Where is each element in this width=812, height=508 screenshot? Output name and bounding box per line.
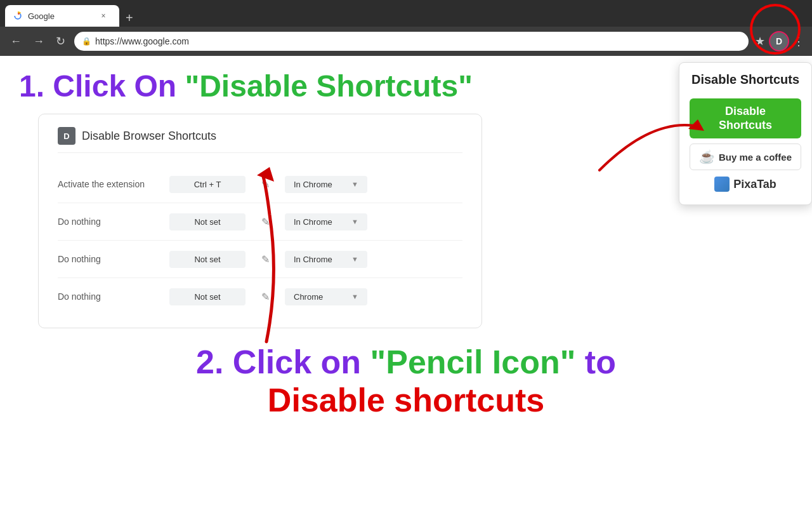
coffee-icon: ☕ [699, 149, 715, 164]
url-bar[interactable]: 🔒 https://www.google.com [74, 32, 749, 51]
popup-title: Disable Shortcuts [679, 63, 811, 93]
browser-window: Google × + ← → ↻ 🔒 https://www.google.co… [0, 0, 812, 56]
address-bar: ← → ↻ 🔒 https://www.google.com ★ D ⋮ [0, 27, 812, 56]
shortcuts-header: D Disable Browser Shortcuts [58, 127, 462, 153]
shortcut-scope-4[interactable]: Chrome ▼ [285, 288, 367, 305]
shortcut-key-2: Not set [169, 213, 246, 231]
shortcuts-panel-title: Disable Browser Shortcuts [82, 130, 216, 143]
step2-highlight: "Pencil Icon" [370, 344, 576, 380]
shortcuts-panel: D Disable Browser Shortcuts Activate the… [38, 114, 482, 328]
popup-coffee-btn[interactable]: ☕ Buy me a coffee [690, 144, 801, 170]
dropdown-arrow-3: ▼ [351, 255, 358, 263]
shortcut-label-3: Do nothing [58, 254, 159, 264]
shortcut-key-3: Not set [169, 251, 246, 268]
tab-title-text: Google [28, 11, 93, 21]
browser-actions: ★ D ⋮ [755, 31, 804, 51]
pixatab-text: PixaTab [733, 178, 776, 191]
step2-middle: to [575, 344, 616, 380]
extension-button[interactable]: D [769, 31, 789, 51]
shortcut-row-1: Activate the extension Ctrl + T ✎ In Chr… [58, 166, 462, 203]
active-tab[interactable]: Google × [5, 5, 119, 27]
lock-icon: 🔒 [82, 37, 91, 46]
step1-heading: 1. Click On "Disable Shortcuts" [19, 69, 793, 104]
shortcut-edit-4[interactable]: ✎ [256, 287, 275, 306]
step2-last-line: Disable shortcuts [268, 382, 544, 418]
shortcut-scope-1[interactable]: In Chrome ▼ [285, 176, 367, 193]
shortcut-label-2: Do nothing [58, 217, 159, 227]
bookmark-icon[interactable]: ★ [755, 34, 765, 48]
shortcut-row-3: Do nothing Not set ✎ In Chrome ▼ [58, 241, 462, 278]
step1-highlight: "Disable Shortcuts" [185, 69, 473, 103]
back-button[interactable]: ← [8, 32, 24, 51]
shortcut-scope-2[interactable]: In Chrome ▼ [285, 213, 367, 231]
popup-pixatab-btn[interactable]: PixaTab [690, 173, 801, 196]
main-content: 1. Click On "Disable Shortcuts" D Disabl… [0, 56, 812, 508]
tab-favicon [13, 11, 23, 21]
shortcut-row-2: Do nothing Not set ✎ In Chrome ▼ [58, 203, 462, 241]
forward-button[interactable]: → [30, 32, 47, 51]
shortcuts-ext-icon: D [58, 127, 75, 145]
shortcut-scope-3[interactable]: In Chrome ▼ [285, 251, 367, 268]
shortcut-label-4: Do nothing [58, 291, 159, 302]
menu-button[interactable]: ⋮ [793, 34, 804, 48]
dropdown-arrow-1: ▼ [351, 180, 358, 188]
dropdown-arrow-2: ▼ [351, 218, 358, 225]
new-tab-button[interactable]: + [121, 11, 138, 27]
shortcut-row-4: Do nothing Not set ✎ Chrome ▼ [58, 278, 462, 315]
step2-heading: 2. Click on "Pencil Icon" to Disable sho… [19, 344, 793, 420]
shortcut-edit-3[interactable]: ✎ [256, 250, 275, 269]
step1-prefix: 1. Click On [19, 69, 185, 103]
step2-prefix: 2. Click on [196, 344, 370, 380]
shortcut-edit-1[interactable]: ✎ [256, 175, 275, 194]
shortcut-edit-2[interactable]: ✎ [256, 212, 275, 231]
extension-popup: Disable Shortcuts DisableShortcuts ☕ Buy… [679, 62, 812, 205]
tab-bar: Google × + [0, 0, 812, 27]
popup-disable-btn[interactable]: DisableShortcuts [690, 98, 801, 138]
dropdown-arrow-4: ▼ [351, 293, 358, 300]
url-text: https://www.google.com [95, 36, 189, 46]
shortcut-key-1: Ctrl + T [169, 176, 246, 193]
reload-button[interactable]: ↻ [53, 32, 68, 51]
coffee-text: Buy me a coffee [719, 152, 792, 163]
pixatab-icon [714, 177, 730, 192]
shortcut-key-4: Not set [169, 288, 246, 305]
shortcut-label-1: Activate the extension [58, 179, 159, 189]
tab-close-button[interactable]: × [98, 10, 109, 22]
